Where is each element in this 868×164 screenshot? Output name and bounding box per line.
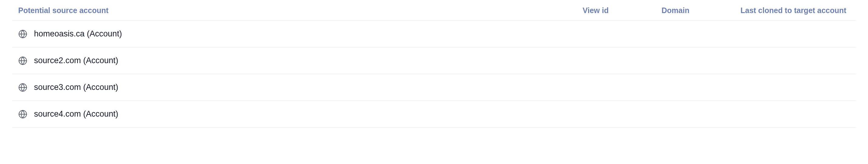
column-header-last-cloned[interactable]: Last cloned to target account <box>741 6 850 15</box>
cell-source: source3.com (Account) <box>18 83 583 92</box>
column-header-source[interactable]: Potential source account <box>18 6 583 15</box>
column-header-view-id[interactable]: View id <box>583 6 661 15</box>
cell-source: source2.com (Account) <box>18 56 583 65</box>
globe-icon <box>18 110 27 119</box>
table-row[interactable]: homeoasis.ca (Account) <box>12 21 856 47</box>
table-row[interactable]: source2.com (Account) <box>12 47 856 74</box>
globe-icon <box>18 83 27 92</box>
globe-icon <box>18 29 27 39</box>
cell-source: homeoasis.ca (Account) <box>18 29 583 39</box>
accounts-table: Potential source account View id Domain … <box>0 0 868 128</box>
account-label: homeoasis.ca (Account) <box>34 29 122 39</box>
table-row[interactable]: source3.com (Account) <box>12 74 856 101</box>
table-header-row: Potential source account View id Domain … <box>12 0 856 21</box>
column-header-domain[interactable]: Domain <box>661 6 741 15</box>
cell-source: source4.com (Account) <box>18 109 583 119</box>
globe-icon <box>18 56 27 65</box>
account-label: source4.com (Account) <box>34 109 118 119</box>
account-label: source3.com (Account) <box>34 83 118 92</box>
account-label: source2.com (Account) <box>34 56 118 65</box>
table-row[interactable]: source4.com (Account) <box>12 101 856 128</box>
